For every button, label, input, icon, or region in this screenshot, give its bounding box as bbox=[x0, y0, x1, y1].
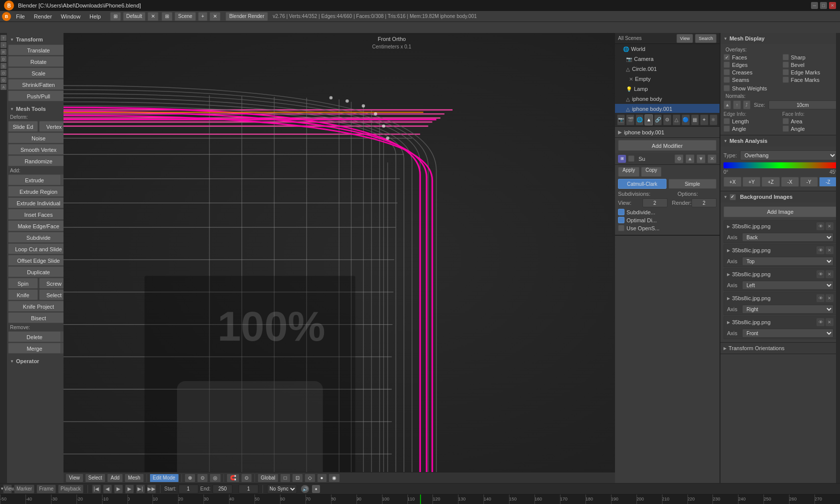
menu-window[interactable]: Window bbox=[57, 12, 84, 20]
minus-x-btn[interactable]: -X bbox=[781, 177, 799, 187]
bg-close-1[interactable]: ✕ bbox=[826, 246, 834, 254]
menu-file[interactable]: File bbox=[12, 12, 29, 20]
sync-select[interactable]: No Sync bbox=[267, 485, 297, 494]
outliner-view-btn[interactable]: View bbox=[676, 34, 693, 43]
scale-btn[interactable]: Scale bbox=[8, 67, 69, 78]
particle-props-icon[interactable]: ✦ bbox=[700, 114, 708, 125]
knife-btn[interactable]: Knife bbox=[8, 289, 38, 300]
bg-eye-1[interactable]: 👁 bbox=[816, 246, 824, 254]
plus-y-btn[interactable]: +Y bbox=[742, 177, 760, 187]
subdiv-close-btn[interactable]: ✕ bbox=[708, 154, 716, 163]
simple-btn[interactable]: Simple bbox=[668, 179, 717, 189]
scene-add-btn[interactable]: + bbox=[198, 12, 208, 21]
add-modifier-btn[interactable]: Add Modifier bbox=[618, 140, 716, 151]
duplicate-btn[interactable]: Duplicate bbox=[8, 266, 69, 277]
transform-orientation-btn[interactable]: Global bbox=[258, 474, 279, 483]
apply-btn[interactable]: Apply bbox=[618, 167, 640, 177]
edges-cb[interactable] bbox=[724, 61, 730, 68]
transform-orientations-header[interactable]: Transform Orientations bbox=[720, 343, 840, 354]
bisect-btn[interactable]: Bisect bbox=[8, 312, 69, 323]
extrude-region-btn[interactable]: Extrude Region bbox=[8, 186, 69, 197]
rotate-btn[interactable]: Rotate bbox=[8, 56, 69, 67]
delete-btn[interactable]: Delete bbox=[8, 331, 61, 342]
prev-keyframe-btn[interactable]: |◀ bbox=[92, 485, 101, 494]
bevel-cb[interactable] bbox=[782, 61, 789, 68]
axis-select-2[interactable]: Left bbox=[742, 281, 834, 290]
subdiv-options-btn[interactable]: ⚙ bbox=[674, 154, 684, 163]
vp-select-btn[interactable]: Select bbox=[85, 474, 106, 483]
shading-uvs-icon[interactable]: S bbox=[0, 63, 6, 69]
noise-btn[interactable]: Noise bbox=[8, 132, 69, 143]
object-name-field[interactable]: iphone body.001 bbox=[624, 129, 664, 135]
playback-btn[interactable]: Playback bbox=[58, 485, 84, 494]
bg-eye-0[interactable]: 👁 bbox=[816, 222, 824, 230]
edge-angle-cb[interactable] bbox=[724, 125, 730, 132]
outliner-circle[interactable]: △ Circle.001 bbox=[615, 64, 720, 74]
creases-cb[interactable] bbox=[724, 69, 730, 75]
plus-z-btn[interactable]: +Z bbox=[762, 177, 780, 187]
bg-close-0[interactable]: ✕ bbox=[826, 222, 834, 230]
scene-props-icon[interactable]: 🎬 bbox=[626, 114, 634, 125]
merge-btn[interactable]: Merge bbox=[8, 343, 61, 354]
render-value[interactable]: 2 bbox=[692, 198, 716, 207]
minus-y-btn[interactable]: -Y bbox=[800, 177, 818, 187]
axis-select-3[interactable]: Right bbox=[742, 305, 834, 314]
close-button[interactable]: ✕ bbox=[829, 2, 836, 9]
texture-props-icon[interactable]: ▦ bbox=[691, 114, 699, 125]
record-btn[interactable]: ● bbox=[312, 485, 320, 493]
shading-render-btn[interactable]: ◉ bbox=[328, 474, 340, 483]
bg-eye-4[interactable]: 👁 bbox=[816, 318, 824, 326]
overlay-btn[interactable]: □ bbox=[280, 474, 290, 483]
faces-cb[interactable] bbox=[724, 54, 730, 60]
subdiv-enable-cb[interactable] bbox=[628, 155, 634, 162]
outliner-world[interactable]: 🌐 World bbox=[615, 44, 720, 54]
analysis-type-select[interactable]: Overhang bbox=[740, 150, 837, 160]
face-marks-cb[interactable] bbox=[782, 76, 789, 83]
make-edge-face-btn[interactable]: Make Edge/Face bbox=[8, 220, 69, 231]
next-frame-btn[interactable]: ▶ bbox=[125, 485, 134, 494]
use-opensl-cb[interactable] bbox=[618, 225, 624, 231]
axis-select-0[interactable]: Back bbox=[742, 233, 834, 242]
outliner-search-btn[interactable]: Search bbox=[695, 34, 716, 43]
play-btn[interactable]: ▶ bbox=[114, 485, 123, 494]
bg-eye-3[interactable]: 👁 bbox=[816, 294, 824, 302]
marker-btn[interactable]: Marker bbox=[14, 485, 34, 494]
bg-images-enable-cb[interactable] bbox=[730, 194, 736, 200]
display-icon[interactable]: D bbox=[0, 56, 6, 62]
view-value[interactable]: 2 bbox=[642, 198, 668, 207]
timeline-ruler[interactable]: -50-40-30-20-100102030405060708090100110… bbox=[0, 495, 840, 504]
minus-z-btn[interactable]: -Z bbox=[819, 177, 837, 187]
grease-pencil-icon[interactable]: G bbox=[0, 77, 6, 83]
viewport-snap-btn[interactable]: ⊙ bbox=[197, 474, 208, 483]
bg-images-header[interactable]: Background Images bbox=[720, 191, 840, 202]
snap-icon[interactable]: 🧲 bbox=[226, 474, 240, 483]
render-props-icon[interactable]: 📷 bbox=[617, 114, 625, 125]
edge-marks-cb[interactable] bbox=[782, 69, 789, 75]
mesh-analysis-header[interactable]: Mesh Analysis bbox=[720, 135, 840, 146]
prev-frame-btn[interactable]: ◀ bbox=[103, 485, 112, 494]
knife-project-btn[interactable]: Knife Project bbox=[8, 301, 69, 312]
layout-select[interactable]: Default bbox=[123, 12, 146, 21]
outliner-iphone-body-001[interactable]: △ iphone body.001 bbox=[615, 104, 720, 114]
object-props-icon[interactable]: ▲ bbox=[644, 114, 652, 125]
modifier-props-icon[interactable]: ⚙ bbox=[663, 114, 671, 125]
next-keyframe-btn[interactable]: ▶| bbox=[136, 485, 145, 494]
scene-type-btn[interactable]: ⊞ bbox=[162, 12, 172, 21]
face-area-cb[interactable] bbox=[782, 118, 789, 124]
bg-eye-2[interactable]: 👁 bbox=[816, 270, 824, 278]
right-scrollbar[interactable] bbox=[836, 33, 840, 483]
vp-mesh-btn[interactable]: Mesh bbox=[124, 474, 144, 483]
translate-btn[interactable]: Translate bbox=[8, 44, 69, 55]
edge-length-cb[interactable] bbox=[724, 118, 730, 124]
face-normals-btn[interactable]: ▲ bbox=[724, 100, 731, 109]
end-value[interactable] bbox=[212, 485, 232, 494]
menu-blender-logo[interactable]: B bbox=[2, 12, 11, 21]
bg-image-3-header[interactable]: ▶ 35bs8ic.jpg.png 👁 ✕ bbox=[724, 293, 836, 304]
axis-select-1[interactable]: Top bbox=[742, 257, 834, 266]
catmull-clark-btn[interactable]: Catmull-Clark bbox=[618, 179, 666, 189]
viewport-persp-btn[interactable]: ⊕ bbox=[184, 474, 196, 483]
vertex-normals-btn[interactable]: ↑ bbox=[733, 100, 740, 109]
bg-image-1-header[interactable]: ▶ 35bs8ic.jpg.png 👁 ✕ bbox=[724, 245, 836, 256]
loop-cut-btn[interactable]: Loop Cut and Slide bbox=[8, 243, 69, 254]
randomize-btn[interactable]: Randomize bbox=[8, 155, 69, 166]
